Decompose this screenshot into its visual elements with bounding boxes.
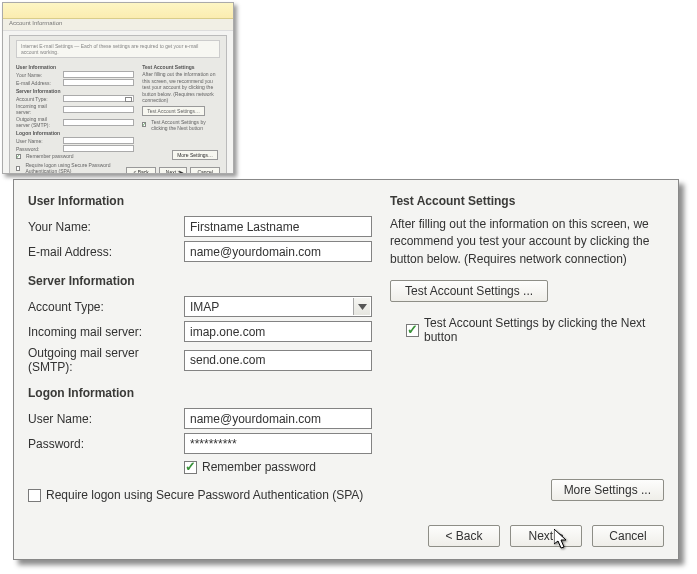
back-button[interactable]: < Back [428,525,500,547]
remember-password-checkbox[interactable] [184,461,197,474]
chevron-down-icon [353,298,370,315]
email-address-input[interactable] [184,241,372,262]
password-label: Password: [28,437,184,451]
thumb-back: < Back [126,167,155,174]
thumb-user-info-heading: User Information [16,64,134,70]
account-settings-dialog: User Information Your Name: E-mail Addre… [13,179,679,560]
user-name-label: User Name: [28,412,184,426]
thumb-test-heading: Test Account Settings [142,64,220,70]
test-account-settings-text: After filling out the information on thi… [390,216,664,268]
thumb-dialog: Internet E-mail Settings — Each of these… [9,35,227,174]
thumb-logon-info-heading: Logon Information [16,130,134,136]
cancel-button[interactable]: Cancel [592,525,664,547]
spa-checkbox[interactable] [28,489,41,502]
thumb-titlebar: Account Information [3,19,233,31]
incoming-server-label: Incoming mail server: [28,325,184,339]
email-address-label: E-mail Address: [28,245,184,259]
thumb-ribbon [3,3,233,19]
test-account-settings-heading: Test Account Settings [390,194,664,208]
account-type-value: IMAP [190,300,219,314]
outgoing-server-label: Outgoing mail server (SMTP): [28,346,184,374]
user-name-input[interactable] [184,408,372,429]
logon-information-heading: Logon Information [28,386,372,400]
spa-label: Require logon using Secure Password Auth… [46,488,363,502]
outlook-window-thumbnail: Account Information Internet E-mail Sett… [2,2,234,174]
your-name-label: Your Name: [28,220,184,234]
thumb-next: Next > [159,167,188,174]
test-on-next-checkbox[interactable] [406,324,419,337]
thumb-dialog-subtitle: Internet E-mail Settings — Each of these… [16,40,220,58]
thumb-more-settings: More Settings… [172,150,218,160]
user-information-heading: User Information [28,194,372,208]
server-information-heading: Server Information [28,274,372,288]
remember-password-label: Remember password [202,460,316,474]
your-name-input[interactable] [184,216,372,237]
more-settings-button[interactable]: More Settings ... [551,479,664,501]
account-type-select[interactable]: IMAP [184,296,372,317]
incoming-server-input[interactable] [184,321,372,342]
password-input[interactable] [184,433,372,454]
outgoing-server-input[interactable] [184,350,372,371]
next-button[interactable]: Next > [510,525,582,547]
account-type-label: Account Type: [28,300,184,314]
thumb-test-button: Test Account Settings… [142,106,205,116]
test-on-next-label: Test Account Settings by clicking the Ne… [424,316,664,344]
test-account-settings-button[interactable]: Test Account Settings ... [390,280,548,302]
thumb-cancel: Cancel [190,167,220,174]
thumb-server-info-heading: Server Information [16,88,134,94]
